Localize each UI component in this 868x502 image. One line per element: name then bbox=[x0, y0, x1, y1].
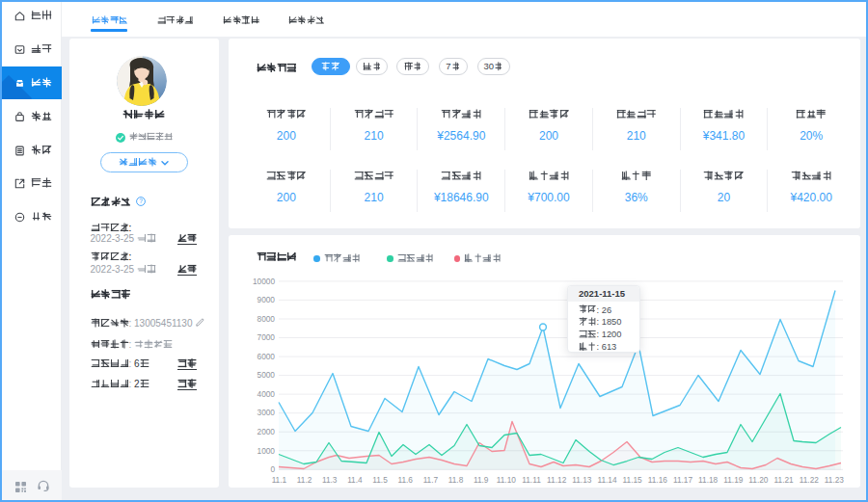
svg-text:1000: 1000 bbox=[258, 445, 276, 455]
svg-text:11.10: 11.10 bbox=[497, 474, 517, 484]
svg-text:11.15: 11.15 bbox=[623, 474, 643, 484]
svg-text:11.5: 11.5 bbox=[372, 474, 388, 484]
svg-text:11.4: 11.4 bbox=[347, 474, 363, 484]
svg-text:11.11: 11.11 bbox=[522, 474, 541, 484]
svg-text:6000: 6000 bbox=[258, 351, 276, 360]
svg-text:11.16: 11.16 bbox=[648, 474, 668, 484]
svg-text:11.6: 11.6 bbox=[397, 474, 413, 484]
svg-text:11.23: 11.23 bbox=[825, 474, 845, 484]
svg-text:11.22: 11.22 bbox=[800, 474, 820, 484]
svg-text:11.17: 11.17 bbox=[673, 474, 693, 484]
svg-text:10000: 10000 bbox=[253, 276, 275, 285]
svg-text:11.7: 11.7 bbox=[423, 474, 439, 484]
svg-text:8000: 8000 bbox=[258, 313, 276, 323]
svg-text:11.13: 11.13 bbox=[572, 474, 592, 484]
svg-text:?: ? bbox=[139, 198, 143, 204]
svg-text:11.3: 11.3 bbox=[322, 474, 338, 484]
svg-text:3000: 3000 bbox=[258, 408, 276, 417]
svg-text:11.2: 11.2 bbox=[297, 474, 312, 484]
svg-text:11.9: 11.9 bbox=[474, 474, 489, 484]
svg-text:2000: 2000 bbox=[258, 426, 276, 436]
svg-text:5000: 5000 bbox=[258, 370, 276, 380]
svg-text:11.18: 11.18 bbox=[698, 474, 719, 484]
svg-text:11.20: 11.20 bbox=[748, 474, 769, 484]
svg-text:11.8: 11.8 bbox=[448, 474, 464, 484]
svg-text:0: 0 bbox=[270, 464, 275, 474]
svg-text:11.12: 11.12 bbox=[547, 474, 567, 484]
svg-text:11.21: 11.21 bbox=[774, 474, 795, 484]
svg-text:7000: 7000 bbox=[258, 332, 276, 342]
svg-text:9000: 9000 bbox=[258, 295, 276, 304]
svg-text:11.19: 11.19 bbox=[723, 474, 744, 484]
svg-text:11.14: 11.14 bbox=[597, 474, 617, 484]
svg-text:11.1: 11.1 bbox=[272, 474, 287, 484]
svg-text:4000: 4000 bbox=[258, 388, 276, 398]
